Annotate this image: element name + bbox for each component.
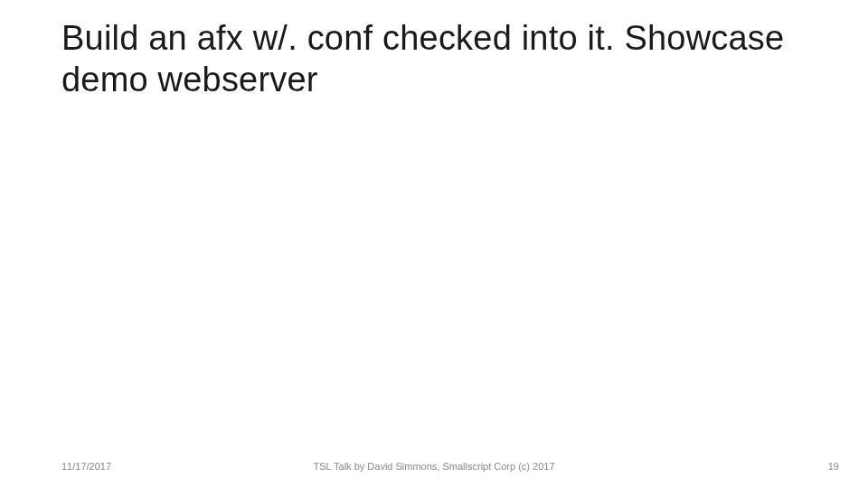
slide: Build an afx w/. conf checked into it. S… xyxy=(0,0,868,488)
slide-title: Build an afx w/. conf checked into it. S… xyxy=(61,18,841,100)
footer-attribution: TSL Talk by David Simmons, Smallscript C… xyxy=(0,461,868,472)
footer-page-number: 19 xyxy=(828,461,839,472)
